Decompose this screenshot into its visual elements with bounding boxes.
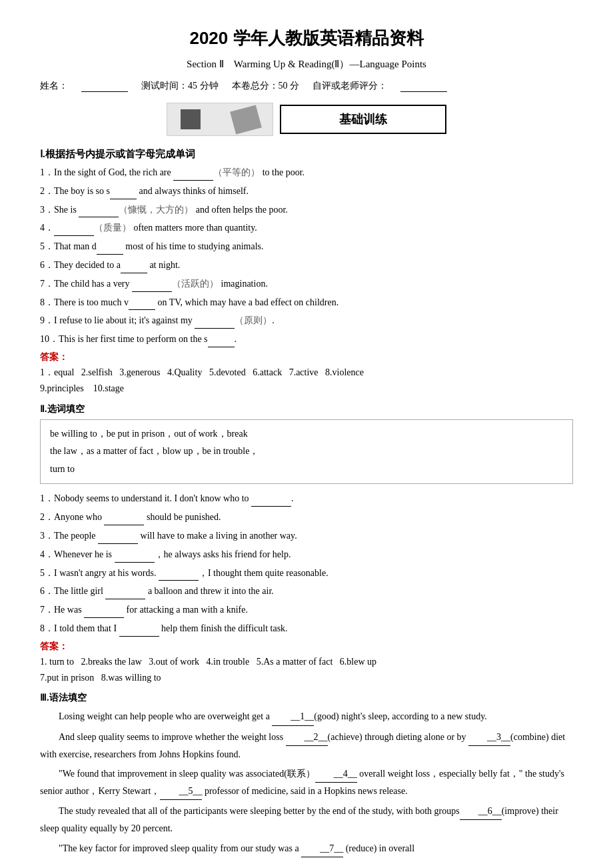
q2-4: 4．Whenever he is ，he always asks his fri… [40,547,573,563]
blank-2-8 [119,626,159,637]
q1-9: 9．I refuse to lie about it; it's against… [40,313,573,329]
blank-3-1: __1__ [272,708,314,725]
total-label: 本卷总分：50 分 [232,80,300,92]
blank-3-3: __3__ [468,729,510,746]
q1-2: 2．The boy is so s and always thinks of h… [40,183,573,199]
time-label: 测试时间：45 分钟 [141,80,219,92]
word-box: be willing to，be put in prison，out of wo… [40,419,573,485]
section2-title: Ⅱ.选词填空 [40,403,573,415]
para3-3: "We found that improvement in sleep qual… [40,765,573,800]
blank-1-1 [173,170,213,181]
blank-3-7: __7__ [301,840,343,857]
q1-7: 7．The child has a very （活跃的） imagination… [40,276,573,292]
blank-1-7 [132,281,172,292]
blank-2-1 [251,496,291,507]
blank-3-6: __6__ [460,803,502,820]
name-field [81,80,128,92]
section2-answers: 1. turn to 2.breaks the law 3.out of wor… [40,654,573,686]
main-title: 2020 学年人教版英语精品资料 [40,27,573,50]
q2-1: 1．Nobody seems to understand it. I don't… [40,491,573,507]
blank-1-5 [97,244,123,255]
section1-questions: 1．In the sight of God, the rich are （平等的… [40,165,573,347]
q2-7: 7．He was for attacking a man with a knif… [40,602,573,618]
blank-1-6 [121,263,147,273]
blank-2-7 [84,607,124,618]
q1-5: 5．That man d most of his time to studyin… [40,239,573,255]
blank-1-10 [208,337,235,347]
section1-answer-label: 答案： [40,351,573,363]
para3-5: "The key factor for improved sleep quali… [40,840,573,857]
q2-6: 6．The little girl a balloon and threw it… [40,583,573,599]
blank-2-3 [98,533,138,544]
blank-2-2 [104,515,144,525]
blank-1-9 [195,318,235,329]
subtitle: Section Ⅱ Warming Up & Reading(Ⅱ）—Langua… [40,58,573,71]
para3-2: And sleep quality seems to improve wheth… [40,729,573,763]
para3-1: Losing weight can help people who are ov… [40,708,573,725]
section1-title: Ⅰ.根据括号内提示或首字母完成单词 [40,148,573,161]
blank-1-4 [54,225,94,236]
q2-2: 2．Anyone who should be punished. [40,509,573,525]
info-line: 姓名： 测试时间：45 分钟 本卷总分：50 分 自评或老师评分： [40,80,573,92]
section2-answer-label: 答案： [40,641,573,653]
header-label: 基础训练 [280,105,446,134]
blank-3-5: __5__ [160,783,202,800]
q2-5: 5．I wasn't angry at his words. ，I though… [40,565,573,581]
section3-title: Ⅲ.语法填空 [40,692,573,704]
name-label: 姓名： [40,80,68,92]
q1-3: 3．She is （慷慨，大方的） and often helps the po… [40,202,573,218]
q1-4: 4．（质量） often matters more than quantity. [40,220,573,236]
section1-answers: 1．equal 2.selfish 3.generous 4.Quality 5… [40,365,573,397]
blank-1-3 [79,207,119,217]
blank-1-8 [129,299,155,310]
q1-10: 10．This is her first time to perform on … [40,331,573,347]
q1-1: 1．In the sight of God, the rich are （平等的… [40,165,573,181]
q1-6: 6．They decided to a at night. [40,257,573,273]
q1-8: 8．There is too much v on TV, which may h… [40,295,573,311]
blank-2-6 [105,589,145,599]
self-eval-field [400,80,447,92]
header-image [167,103,273,136]
self-eval-label: 自评或老师评分： [312,80,387,92]
section2-questions: 1．Nobody seems to understand it. I don't… [40,491,573,636]
blank-2-4 [115,552,155,563]
blank-3-2: __2__ [286,729,328,746]
blank-2-5 [159,570,199,581]
q2-3: 3．The people will have to make a living … [40,528,573,544]
para3-4: The study revealed that all of the parti… [40,803,573,837]
q2-8: 8．I told them that I help them finish th… [40,621,573,637]
blank-3-4: __4__ [315,765,357,783]
blank-1-2 [110,189,137,199]
header-box: 基础训练 [167,103,446,136]
